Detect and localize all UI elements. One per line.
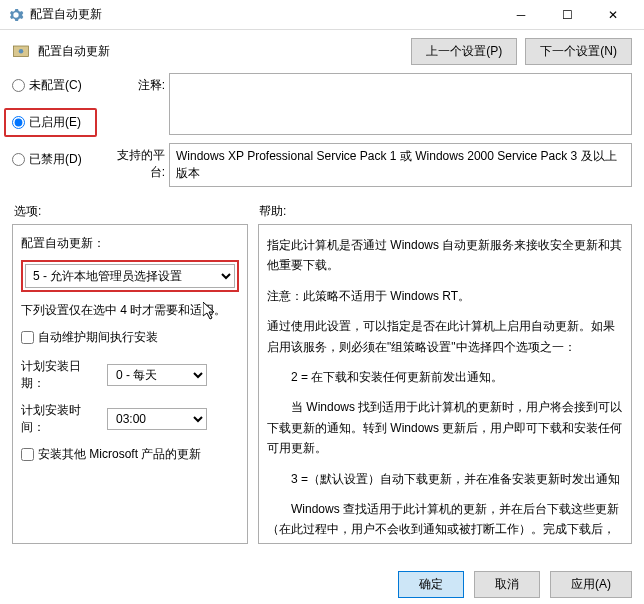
maximize-button[interactable]: ☐ bbox=[544, 0, 590, 30]
platform-label: 支持的平台: bbox=[109, 143, 169, 187]
comment-label: 注释: bbox=[109, 73, 169, 135]
radio-label: 未配置(C) bbox=[29, 77, 82, 94]
help-text: 3 =（默认设置）自动下载更新，并在准备安装更新时发出通知 bbox=[267, 469, 623, 489]
sched-time-select[interactable]: 03:00 bbox=[107, 408, 207, 430]
install-other-checkbox-row[interactable]: 安装其他 Microsoft 产品的更新 bbox=[21, 446, 239, 463]
ok-button[interactable]: 确定 bbox=[398, 571, 464, 598]
sched-day-label: 计划安装日期： bbox=[21, 358, 99, 392]
help-text: 当 Windows 找到适用于此计算机的更新时，用户将会接到可以下载更新的通知。… bbox=[267, 397, 623, 458]
radio-not-configured[interactable]: 未配置(C) bbox=[12, 77, 97, 94]
radio-not-configured-input[interactable] bbox=[12, 79, 25, 92]
radio-enabled[interactable]: 已启用(E) bbox=[4, 108, 97, 137]
auto-maintenance-checkbox-row[interactable]: 自动维护期间执行安装 bbox=[21, 329, 239, 346]
help-panel[interactable]: 指定此计算机是否通过 Windows 自动更新服务来接收安全更新和其他重要下载。… bbox=[258, 224, 632, 544]
checkbox-label: 自动维护期间执行安装 bbox=[38, 329, 158, 346]
platform-text: Windows XP Professional Service Pack 1 或… bbox=[169, 143, 632, 187]
prev-setting-button[interactable]: 上一个设置(P) bbox=[411, 38, 517, 65]
next-setting-button[interactable]: 下一个设置(N) bbox=[525, 38, 632, 65]
sched-day-select[interactable]: 0 - 每天 bbox=[107, 364, 207, 386]
footer-buttons: 确定 取消 应用(A) bbox=[398, 571, 632, 598]
sched-time-label: 计划安装时间： bbox=[21, 402, 99, 436]
config-update-label: 配置自动更新： bbox=[21, 235, 239, 252]
install-other-checkbox[interactable] bbox=[21, 448, 34, 461]
state-radio-group: 未配置(C) 已启用(E) 已禁用(D) bbox=[12, 73, 97, 195]
apply-button[interactable]: 应用(A) bbox=[550, 571, 632, 598]
cancel-button[interactable]: 取消 bbox=[474, 571, 540, 598]
radio-enabled-input[interactable] bbox=[12, 116, 25, 129]
help-text: 2 = 在下载和安装任何更新前发出通知。 bbox=[267, 367, 623, 387]
config-update-select[interactable]: 5 - 允许本地管理员选择设置 bbox=[25, 264, 235, 288]
options-section-label: 选项: bbox=[14, 203, 259, 220]
help-text: Windows 查找适用于此计算机的更新，并在后台下载这些更新（在此过程中，用户… bbox=[267, 499, 623, 544]
window-title: 配置自动更新 bbox=[30, 6, 498, 23]
radio-disabled-input[interactable] bbox=[12, 153, 25, 166]
radio-disabled[interactable]: 已禁用(D) bbox=[12, 151, 97, 168]
help-text: 通过使用此设置，可以指定是否在此计算机上启用自动更新。如果启用该服务，则必须在"… bbox=[267, 316, 623, 357]
settings-icon bbox=[8, 7, 24, 23]
settings-icon bbox=[12, 43, 30, 61]
checkbox-label: 安装其他 Microsoft 产品的更新 bbox=[38, 446, 201, 463]
header: 配置自动更新 上一个设置(P) 下一个设置(N) bbox=[0, 30, 644, 73]
help-section-label: 帮助: bbox=[259, 203, 286, 220]
options-panel: 配置自动更新： 5 - 允许本地管理员选择设置 下列设置仅在选中 4 时才需要和… bbox=[12, 224, 248, 544]
minimize-button[interactable]: ─ bbox=[498, 0, 544, 30]
config-select-highlight: 5 - 允许本地管理员选择设置 bbox=[21, 260, 239, 292]
auto-maintenance-checkbox[interactable] bbox=[21, 331, 34, 344]
comment-textarea[interactable] bbox=[169, 73, 632, 135]
titlebar: 配置自动更新 ─ ☐ ✕ bbox=[0, 0, 644, 30]
svg-point-1 bbox=[19, 49, 24, 54]
close-button[interactable]: ✕ bbox=[590, 0, 636, 30]
cursor-icon bbox=[203, 302, 217, 323]
radio-label: 已启用(E) bbox=[29, 114, 81, 131]
radio-label: 已禁用(D) bbox=[29, 151, 82, 168]
help-text: 指定此计算机是否通过 Windows 自动更新服务来接收安全更新和其他重要下载。 bbox=[267, 235, 623, 276]
options-note: 下列设置仅在选中 4 时才需要和适用。 bbox=[21, 302, 239, 319]
help-text: 注意：此策略不适用于 Windows RT。 bbox=[267, 286, 623, 306]
header-title: 配置自动更新 bbox=[38, 43, 403, 60]
